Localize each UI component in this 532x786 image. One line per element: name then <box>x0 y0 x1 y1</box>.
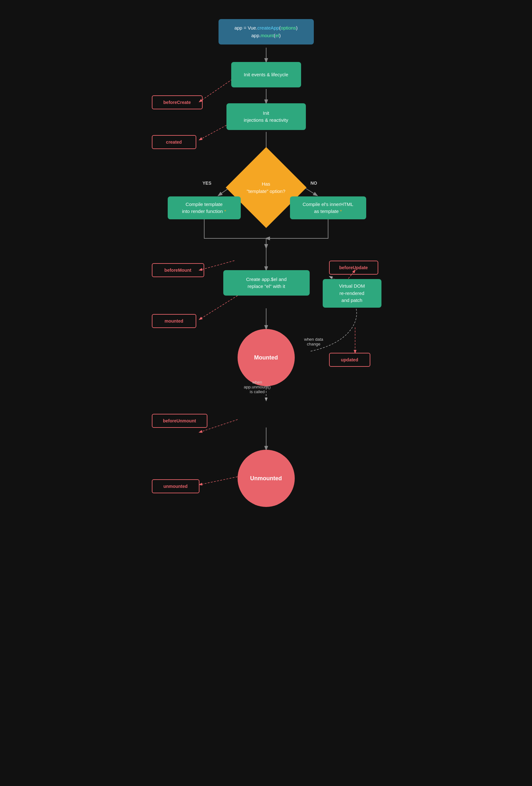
mounted-hook: mounted <box>152 314 196 328</box>
compile-template-node: Compile templateinto render function * <box>168 196 241 219</box>
el-text: el <box>275 33 279 38</box>
before-update-hook: beforeUpdate <box>329 261 378 275</box>
has-template-label: Has"template" option? <box>247 181 286 194</box>
init-injections-label: Initinjections & reactivity <box>244 110 288 124</box>
create-app-el-label: Create app.$el andreplace "el" with it <box>246 276 287 290</box>
app-init-node: app = Vue.createApp(options) app.mount(e… <box>219 19 314 45</box>
yes-label: YES <box>203 181 212 186</box>
created-hook: created <box>152 135 196 149</box>
svg-line-15 <box>199 477 238 485</box>
before-create-hook: beforeCreate <box>152 95 203 109</box>
mount-text: mount <box>261 33 274 38</box>
init-injections-node: Initinjections & reactivity <box>226 103 306 130</box>
vdom-label: Virtual DOMre-renderedand patch <box>339 282 365 304</box>
unmounted-hook: unmounted <box>152 479 199 493</box>
compile-el-label: Compile el's innerHTMLas template * <box>303 201 354 215</box>
no-label: NO <box>311 181 317 186</box>
init-events-label: Init events & lifecycle <box>244 71 288 78</box>
unmounted-label: Unmounted <box>250 475 282 482</box>
vdom-rerender-node: Virtual DOMre-renderedand patch <box>323 279 382 308</box>
options-text: options <box>281 25 296 30</box>
create-app-text: createApp <box>257 25 279 30</box>
before-mount-hook: beforeMount <box>152 263 204 277</box>
create-app-el-node: Create app.$el andreplace "el" with it <box>223 270 310 296</box>
updated-hook: updated <box>329 353 370 367</box>
mounted-label: Mounted <box>254 354 278 361</box>
svg-line-7 <box>199 261 234 270</box>
svg-line-9 <box>199 296 238 319</box>
when-unmount-label: whenapp.unmount()is called <box>244 380 271 394</box>
unmounted-circle: Unmounted <box>238 450 295 507</box>
compile-el-node: Compile el's innerHTMLas template * <box>290 196 366 219</box>
when-data-change-label: when datachange <box>304 337 323 346</box>
compile-template-label: Compile templateinto render function * <box>182 201 226 215</box>
before-unmount-hook: beforeUnmount <box>152 414 208 428</box>
mounted-circle: Mounted <box>238 329 295 386</box>
init-events-node: Init events & lifecycle <box>231 62 301 87</box>
lifecycle-diagram: app = Vue.createApp(options) app.mount(e… <box>133 6 400 769</box>
